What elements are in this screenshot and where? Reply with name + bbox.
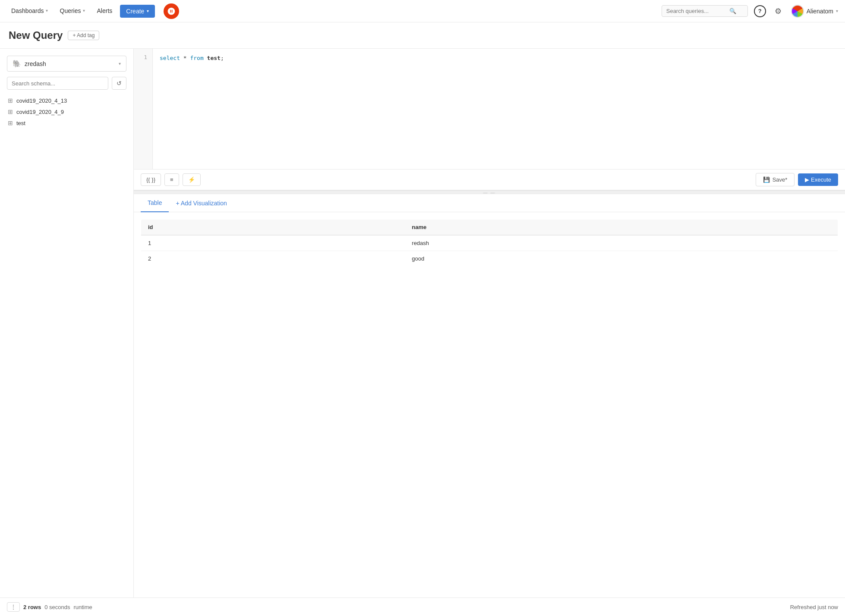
help-button[interactable]: ? [754, 5, 766, 17]
runtime-suffix: runtime [73, 604, 92, 610]
autocomplete-label: ⚡ [188, 176, 195, 183]
results-tabs: Table + Add Visualization [134, 194, 845, 212]
save-icon: 💾 [763, 176, 770, 183]
cell-name: good [405, 251, 838, 267]
search-input[interactable] [666, 8, 727, 14]
table-body: 1 redash 2 good [141, 235, 838, 267]
col-name-header: name [405, 220, 838, 236]
sidebar: 🐘 zredash ▾ ↺ ⊞ covid19_2020_4_13 ⊞ covi… [0, 49, 134, 616]
logo-icon [167, 7, 176, 16]
nav-alerts[interactable]: Alerts [93, 0, 117, 22]
schema-search-input[interactable] [7, 77, 108, 90]
datasource-icon: 🐘 [13, 60, 21, 68]
schema-table-name: covid19_2020_4_9 [16, 109, 64, 115]
params-label: {{ }} [146, 176, 155, 183]
logo [164, 3, 179, 19]
refresh-status: Refreshed just now [790, 604, 838, 610]
datasource-selector[interactable]: 🐘 zredash ▾ [7, 56, 126, 72]
nav-queries-label: Queries [60, 7, 81, 14]
schema-table-item[interactable]: ⊞ covid19_2020_4_13 [7, 95, 126, 106]
params-button[interactable]: {{ }} [141, 173, 161, 186]
add-visualization-button[interactable]: + Add Visualization [169, 195, 233, 211]
datasource-chevron-icon: ▾ [119, 61, 121, 66]
table-row: 2 good [141, 251, 838, 267]
create-chevron-icon: ▾ [147, 9, 149, 13]
table-icon: ⊞ [8, 119, 13, 126]
avatar [791, 5, 804, 18]
schema-table-item[interactable]: ⊞ covid19_2020_4_9 [7, 106, 126, 117]
schema-refresh-button[interactable]: ↺ [112, 77, 126, 90]
datasource-name: zredash [25, 60, 119, 67]
save-button[interactable]: 💾 Save* [756, 173, 795, 186]
schema-table-name: test [16, 120, 25, 126]
schema-search-row: ↺ [7, 77, 126, 90]
save-label: Save* [772, 176, 788, 183]
col-id-header: id [141, 220, 405, 236]
search-bar[interactable]: 🔍 [662, 5, 748, 17]
nav-queries-chevron-icon: ▾ [83, 8, 85, 13]
nav-queries[interactable]: Queries ▾ [56, 0, 89, 22]
format-button[interactable]: ≡ [164, 173, 179, 186]
username: Alienatom [807, 8, 833, 15]
page-header: New Query + Add tag [0, 22, 845, 49]
format-label: ≡ [170, 176, 173, 183]
page-title: New Query [9, 29, 63, 41]
line-numbers: 1 [134, 49, 153, 169]
execute-label: ▶ Execute [805, 176, 831, 183]
help-label: ? [758, 8, 762, 14]
nav-dashboards[interactable]: Dashboards ▾ [7, 0, 52, 22]
code-editor[interactable]: select * from test; [153, 49, 845, 169]
search-icon: 🔍 [729, 8, 736, 14]
results-table: id name 1 redash 2 good [141, 219, 838, 267]
tab-table-label: Table [148, 199, 162, 206]
user-menu[interactable]: Alienatom ▾ [791, 5, 838, 18]
autocomplete-button[interactable]: ⚡ [183, 173, 201, 186]
refresh-icon: ↺ [117, 80, 122, 87]
tab-table[interactable]: Table [141, 194, 169, 212]
nav-dashboards-label: Dashboards [11, 7, 44, 14]
navbar: Dashboards ▾ Queries ▾ Alerts Create ▾ 🔍… [0, 0, 845, 22]
schema-table-name: covid19_2020_4_13 [16, 97, 67, 104]
runtime-value: 0 seconds [44, 604, 70, 610]
execute-button[interactable]: ▶ Execute [798, 173, 838, 186]
settings-icon[interactable]: ⚙ [775, 6, 782, 16]
resize-handle[interactable]: — — [134, 191, 845, 194]
cell-name: redash [405, 235, 838, 251]
table-icon: ⊞ [8, 97, 13, 104]
content-area: 1 select * from test; {{ }} ≡ ⚡ 💾 [134, 49, 845, 616]
table-icon: ⊞ [8, 108, 13, 115]
create-label: Create [126, 8, 144, 15]
schema-table-item[interactable]: ⊞ test [7, 117, 126, 129]
user-chevron-icon: ▾ [836, 9, 838, 13]
rows-count: 2 rows [23, 604, 41, 610]
editor-wrapper: 1 select * from test; [134, 49, 845, 170]
table-row: 1 redash [141, 235, 838, 251]
status-bar: ⋮ 2 rows 0 seconds runtime Refreshed jus… [0, 597, 845, 616]
create-button[interactable]: Create ▾ [120, 5, 155, 18]
table-header-row: id name [141, 220, 838, 236]
add-tag-button[interactable]: + Add tag [68, 31, 99, 40]
editor-section: 1 select * from test; {{ }} ≡ ⚡ 💾 [134, 49, 845, 191]
add-viz-label: + Add Visualization [176, 200, 227, 207]
dots-icon: ⋮ [11, 604, 16, 610]
editor-toolbar: {{ }} ≡ ⚡ 💾 Save* ▶ Execute [134, 170, 845, 190]
main-layout: 🐘 zredash ▾ ↺ ⊞ covid19_2020_4_13 ⊞ covi… [0, 49, 845, 616]
results-section: Table + Add Visualization id name [134, 194, 845, 616]
nav-dashboards-chevron-icon: ▾ [46, 8, 48, 13]
cell-id: 1 [141, 235, 405, 251]
line-number: 1 [139, 54, 147, 60]
table-header: id name [141, 220, 838, 236]
status-options-button[interactable]: ⋮ [7, 602, 20, 612]
cell-id: 2 [141, 251, 405, 267]
nav-alerts-label: Alerts [97, 7, 113, 14]
results-table-wrapper: id name 1 redash 2 good [134, 212, 845, 273]
